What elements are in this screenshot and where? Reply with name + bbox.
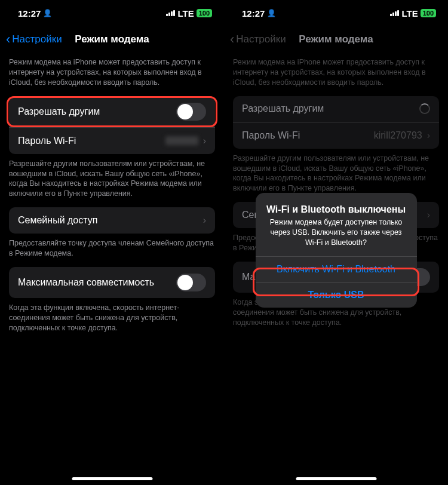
wifi-password-obscured <box>165 136 198 145</box>
allow-others-cell[interactable]: Разрешать другим <box>9 96 215 128</box>
back-button[interactable]: ‹ Настройки <box>6 33 62 46</box>
screen-left: 12:27 👤 LTE 100 ‹ Настройки Режим модема… <box>0 0 224 485</box>
allow-others-toggle[interactable] <box>176 103 206 121</box>
alert-message: Режим модема будет доступен только через… <box>265 217 407 248</box>
compat-group: Максимальная совместимость <box>9 267 215 298</box>
network-type: LTE <box>177 8 194 19</box>
home-indicator[interactable] <box>72 477 152 480</box>
chevron-left-icon: ‹ <box>6 33 10 46</box>
chevron-right-icon: › <box>203 215 206 226</box>
intro-text: Режим модема на iPhone может предоставит… <box>0 53 224 96</box>
signal-icon <box>166 10 175 16</box>
wifi-password-cell[interactable]: Пароль Wi-Fi › <box>9 128 215 154</box>
battery-icon: 100 <box>197 9 212 17</box>
family-explain-text: Предоставляйте точку доступа членам Семе… <box>0 234 224 267</box>
family-access-label: Семейный доступ <box>18 215 97 226</box>
profile-icon: 👤 <box>43 9 52 17</box>
back-label: Настройки <box>12 33 62 45</box>
wifi-password-label: Пароль Wi-Fi <box>18 136 76 146</box>
family-group: Семейный доступ › <box>9 207 215 234</box>
max-compat-cell[interactable]: Максимальная совместимость <box>9 267 215 298</box>
allow-others-label: Разрешать другим <box>18 106 100 117</box>
allow-explain-text: Разрешайте другим пользователям или устр… <box>0 154 224 208</box>
nav-bar: ‹ Настройки Режим модема <box>0 26 224 53</box>
alert-enable-wifi-bt-button[interactable]: Включить Wi-Fi и Bluetooth <box>256 256 417 282</box>
hotspot-group: Разрешать другим Пароль Wi-Fi › <box>9 96 215 154</box>
page-title: Режим модема <box>75 33 149 45</box>
max-compat-toggle[interactable] <box>176 274 206 291</box>
alert-dialog: Wi-Fi и Bluetooth выключены Режим модема… <box>256 193 417 308</box>
alert-title: Wi-Fi и Bluetooth выключены <box>265 204 407 215</box>
status-time: 12:27 <box>18 8 41 19</box>
chevron-right-icon: › <box>203 136 206 146</box>
max-compat-label: Максимальная совместимость <box>18 277 154 288</box>
alert-usb-only-button[interactable]: Только USB <box>256 282 417 308</box>
status-bar: 12:27 👤 LTE 100 <box>0 0 224 26</box>
screen-right: 12:27 👤 LTE 100 ‹ Настройки Режим модема… <box>224 0 448 485</box>
max-explain-text: Когда эта функция включена, скорость инт… <box>0 298 224 342</box>
family-access-cell[interactable]: Семейный доступ › <box>9 207 215 234</box>
alert-overlay: Wi-Fi и Bluetooth выключены Режим модема… <box>224 0 448 485</box>
